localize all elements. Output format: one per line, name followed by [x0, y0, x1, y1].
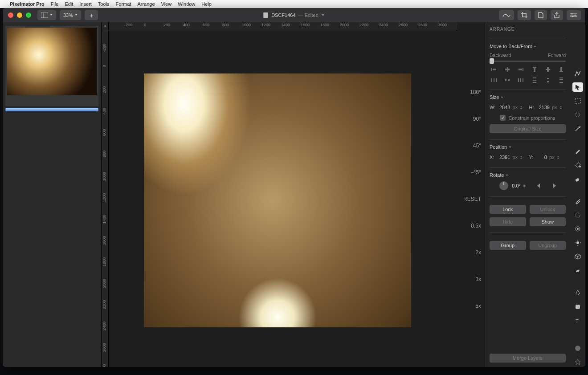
canvas-image[interactable] — [144, 73, 411, 327]
svg-rect-22 — [494, 78, 494, 82]
zoom-dropdown[interactable]: 33% — [60, 10, 81, 20]
menu-format[interactable]: Format — [116, 1, 131, 7]
rect-select-tool-icon[interactable] — [572, 96, 583, 106]
menu-tools[interactable]: Tools — [98, 1, 110, 7]
sidebar-toggle-button[interactable] — [37, 10, 56, 20]
inspector-toggle-button[interactable] — [567, 10, 581, 20]
x-field[interactable]: 2391px — [499, 153, 527, 161]
shape-tool-icon[interactable] — [572, 302, 583, 311]
app-menu[interactable]: Pixelmator Pro — [10, 1, 45, 7]
align-right-icon[interactable] — [516, 66, 525, 73]
width-stepper[interactable] — [520, 103, 526, 111]
menu-edit[interactable]: Edit — [65, 1, 73, 7]
distribute-right-icon[interactable] — [516, 77, 525, 83]
rotate-section-header[interactable]: Rotate — [490, 172, 566, 178]
show-button[interactable]: Show — [530, 217, 566, 226]
freeform-select-tool-icon[interactable] — [572, 110, 583, 120]
close-window-button[interactable] — [8, 12, 13, 18]
document-info-button[interactable] — [535, 10, 547, 20]
angle-stepper[interactable] — [523, 182, 533, 190]
svg-rect-27 — [520, 78, 521, 82]
document-title[interactable]: DSCF1464 — Edited — [263, 12, 325, 18]
merge-layers-button[interactable]: Merge Layers — [490, 354, 566, 363]
distribute-bottom-icon[interactable] — [557, 77, 566, 83]
gradient-tool-icon[interactable] — [572, 210, 583, 220]
colorpicker-tool-icon[interactable] — [572, 196, 583, 206]
arrange-tool-icon[interactable] — [572, 82, 583, 92]
align-top-icon[interactable] — [530, 66, 539, 73]
height-stepper[interactable] — [559, 103, 566, 111]
zoom-preset[interactable]: 5x — [475, 303, 481, 309]
svg-point-51 — [575, 346, 580, 351]
arrange-order-slider[interactable] — [490, 61, 566, 62]
height-field[interactable]: 2139px — [539, 103, 566, 111]
menu-view[interactable]: View — [161, 1, 172, 7]
y-field[interactable]: 0px — [539, 153, 566, 161]
width-field[interactable]: 2848px — [499, 103, 527, 111]
move-section-header[interactable]: Move to Back/Front — [490, 44, 566, 49]
fill-tool-icon[interactable] — [572, 160, 583, 170]
color-adjustments-button[interactable] — [499, 10, 514, 20]
brush-tool-icon[interactable] — [572, 147, 583, 156]
ungroup-button[interactable]: Ungroup — [530, 241, 566, 250]
align-center-h-icon[interactable] — [503, 66, 512, 73]
hide-button[interactable]: Hide — [490, 217, 526, 226]
menu-help[interactable]: Help — [201, 1, 212, 7]
magicwand-tool-icon[interactable] — [572, 124, 583, 134]
zoom-reset[interactable]: RESET — [463, 196, 481, 202]
group-button[interactable]: Group — [490, 241, 526, 250]
selected-layer-indicator[interactable] — [5, 108, 98, 111]
x-stepper[interactable] — [520, 153, 526, 161]
effects-tool-icon[interactable] — [572, 224, 583, 233]
minimize-window-button[interactable] — [17, 12, 22, 18]
flip-vertical-icon[interactable] — [548, 182, 556, 189]
zoom-preset[interactable]: 90° — [473, 116, 481, 122]
menu-window[interactable]: Window — [178, 1, 195, 7]
zoom-preset[interactable]: 0.5x — [471, 223, 481, 229]
favorites-icon[interactable] — [572, 358, 583, 367]
ruler-h-tick: 200 — [163, 23, 170, 27]
zoom-preset[interactable]: 2x — [475, 249, 481, 256]
retouch-tool-icon[interactable] — [572, 266, 583, 275]
y-stepper[interactable] — [557, 153, 566, 161]
zoom-preset[interactable]: -45° — [471, 169, 481, 175]
foreground-color-icon[interactable] — [572, 344, 583, 353]
menu-file[interactable]: File — [51, 1, 59, 7]
svg-rect-35 — [559, 79, 563, 80]
distribute-v-center-icon[interactable] — [543, 77, 552, 83]
flip-horizontal-icon[interactable] — [537, 182, 545, 189]
distribute-left-icon[interactable] — [490, 77, 498, 83]
cube-tool-icon[interactable] — [572, 252, 583, 261]
document-proxy-icon — [263, 12, 269, 18]
zoom-preset[interactable]: 45° — [473, 143, 481, 149]
menu-arrange[interactable]: Arrange — [137, 1, 155, 7]
style-tool-icon[interactable] — [572, 69, 583, 78]
position-section-header[interactable]: Position — [490, 144, 566, 150]
share-button[interactable] — [551, 10, 563, 20]
zoom-preset[interactable]: 3x — [475, 276, 481, 282]
menu-insert[interactable]: Insert — [79, 1, 92, 7]
align-left-icon[interactable] — [490, 66, 498, 73]
lock-button[interactable]: Lock — [490, 205, 526, 214]
size-section-header[interactable]: Size — [490, 94, 566, 100]
fullscreen-window-button[interactable] — [26, 12, 31, 18]
align-center-v-icon[interactable] — [543, 66, 552, 73]
layer-thumbnail[interactable] — [5, 26, 98, 106]
type-tool-icon[interactable]: T — [572, 316, 583, 325]
distribute-h-center-icon[interactable] — [503, 77, 512, 83]
unlock-button[interactable]: Unlock — [530, 205, 566, 214]
add-button[interactable]: + — [85, 10, 98, 20]
eraser-tool-icon[interactable] — [572, 174, 583, 183]
ruler-origin-icon[interactable]: ⌖ — [102, 22, 109, 30]
light-tool-icon[interactable] — [572, 238, 583, 248]
original-size-button[interactable]: Original Size — [490, 124, 566, 133]
rotate-dial[interactable] — [499, 181, 508, 190]
distribute-top-icon[interactable] — [530, 77, 539, 83]
crop-button[interactable] — [518, 10, 531, 20]
angle-field[interactable]: 0.0° — [512, 182, 533, 190]
pen-tool-icon[interactable] — [572, 288, 583, 298]
backward-label: Backward — [490, 53, 511, 58]
constrain-proportions-checkbox[interactable]: ✓Constrain proportions — [490, 115, 566, 121]
align-bottom-icon[interactable] — [557, 66, 566, 73]
zoom-preset[interactable]: 180° — [470, 89, 481, 95]
